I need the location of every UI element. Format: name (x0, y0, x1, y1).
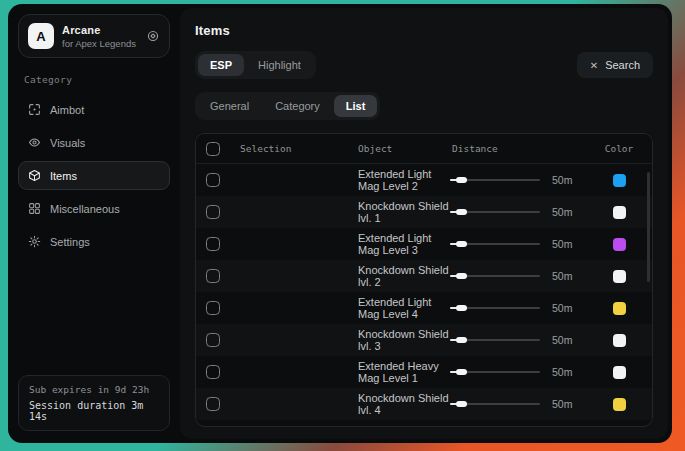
sidebar-item-miscellaneous[interactable]: Miscellaneous (18, 194, 170, 223)
slider-handle[interactable] (456, 305, 467, 311)
mode-tabs: ESPHighlight (195, 51, 316, 79)
page-title: Items (195, 23, 653, 38)
slider-handle[interactable] (456, 241, 467, 247)
object-name: Extended Light Mag Level 3 (358, 232, 450, 256)
brand-badge-icon[interactable] (146, 29, 160, 43)
slider-handle[interactable] (456, 209, 467, 215)
table-header-row: Selection Object Distance Color (196, 134, 652, 164)
crosshair-icon (28, 103, 41, 116)
sidebar-item-label: Miscellaneous (50, 203, 120, 215)
distance-slider[interactable] (450, 243, 540, 245)
color-swatch[interactable] (613, 334, 626, 347)
sub-expiry-text: Sub expires in 9d 23h (29, 384, 159, 395)
grid-icon (28, 202, 41, 215)
table-scrollbar[interactable] (647, 172, 650, 282)
row-checkbox[interactable] (206, 173, 220, 187)
table-row[interactable]: Extended Heavy Mag Level 1 50m (196, 356, 652, 388)
object-name: Knockdown Shield lvl. 1 (358, 200, 450, 224)
distance-value: 50m (552, 238, 572, 250)
color-swatch[interactable] (613, 270, 626, 283)
app-window: A Arcane for Apex Legends Category Aimbo… (8, 4, 672, 443)
color-swatch[interactable] (613, 174, 626, 187)
sidebar-item-visuals[interactable]: Visuals (18, 128, 170, 157)
brand-logo: A (28, 23, 54, 49)
table-row[interactable]: Backpack lvl. 1 50m (196, 420, 652, 427)
table-row[interactable]: Knockdown Shield lvl. 2 50m (196, 260, 652, 292)
distance-slider[interactable] (450, 211, 540, 213)
color-swatch[interactable] (613, 238, 626, 251)
subtab-general[interactable]: General (198, 95, 261, 117)
select-all-checkbox[interactable] (206, 142, 220, 156)
color-swatch[interactable] (613, 302, 626, 315)
distance-value: 50m (552, 270, 572, 282)
distance-value: 50m (552, 334, 572, 346)
items-table: Selection Object Distance Color Extended… (195, 133, 653, 427)
distance-value: 50m (552, 174, 572, 186)
row-checkbox[interactable] (206, 365, 220, 379)
sidebar-item-aimbot[interactable]: Aimbot (18, 95, 170, 124)
table-row[interactable]: Knockdown Shield lvl. 1 50m (196, 196, 652, 228)
object-name: Extended Light Mag Level 4 (358, 296, 450, 320)
object-name: Knockdown Shield lvl. 3 (358, 328, 450, 352)
col-header-object: Object (358, 143, 450, 154)
table-row[interactable]: Knockdown Shield lvl. 3 50m (196, 324, 652, 356)
distance-slider[interactable] (450, 339, 540, 341)
sidebar-spacer (18, 258, 170, 375)
search-button-label: Search (605, 59, 640, 71)
color-swatch[interactable] (613, 366, 626, 379)
object-name: Knockdown Shield lvl. 2 (358, 264, 450, 288)
distance-slider[interactable] (450, 403, 540, 405)
table-row[interactable]: Knockdown Shield lvl. 4 50m (196, 388, 652, 420)
slider-handle[interactable] (456, 369, 467, 375)
brand-card: A Arcane for Apex Legends (18, 14, 170, 58)
sidebar-item-label: Settings (50, 236, 90, 248)
row-checkbox[interactable] (206, 333, 220, 347)
slider-handle[interactable] (456, 177, 467, 183)
brand-subtitle: for Apex Legends (62, 38, 138, 49)
slider-handle[interactable] (456, 337, 467, 343)
object-name: Extended Heavy Mag Level 1 (358, 360, 450, 384)
sidebar: A Arcane for Apex Legends Category Aimbo… (8, 4, 180, 443)
search-button[interactable]: ✕ Search (577, 52, 653, 78)
slider-handle[interactable] (456, 273, 467, 279)
sidebar-item-items[interactable]: Items (18, 161, 170, 190)
tab-highlight[interactable]: Highlight (246, 54, 313, 76)
row-checkbox[interactable] (206, 205, 220, 219)
col-header-distance: Distance (450, 143, 596, 154)
distance-slider[interactable] (450, 307, 540, 309)
main-panel: Items ESPHighlight ✕ Search GeneralCateg… (180, 8, 668, 439)
distance-slider[interactable] (450, 371, 540, 373)
tab-esp[interactable]: ESP (198, 54, 244, 76)
package-icon (28, 169, 41, 182)
subtab-list[interactable]: List (334, 95, 378, 117)
row-checkbox[interactable] (206, 269, 220, 283)
distance-value: 50m (552, 302, 572, 314)
distance-value: 50m (552, 366, 572, 378)
object-name: Knockdown Shield lvl. 4 (358, 392, 450, 416)
distance-value: 50m (552, 398, 572, 410)
object-name: Extended Light Mag Level 2 (358, 168, 450, 192)
table-row[interactable]: Extended Light Mag Level 4 50m (196, 292, 652, 324)
table-body: Extended Light Mag Level 2 50m Knockdown… (196, 164, 652, 427)
distance-slider[interactable] (450, 275, 540, 277)
slider-handle[interactable] (456, 401, 467, 407)
color-swatch[interactable] (613, 206, 626, 219)
sidebar-item-label: Visuals (50, 137, 85, 149)
row-checkbox[interactable] (206, 301, 220, 315)
session-duration-text: Session duration 3m 14s (29, 400, 159, 422)
row-checkbox[interactable] (206, 237, 220, 251)
col-header-color: Color (596, 143, 642, 154)
sidebar-nav: Aimbot Visuals Items Miscellaneous Setti… (18, 93, 170, 258)
table-row[interactable]: Extended Light Mag Level 3 50m (196, 228, 652, 260)
sidebar-item-settings[interactable]: Settings (18, 227, 170, 256)
table-row[interactable]: Extended Light Mag Level 2 50m (196, 164, 652, 196)
row-checkbox[interactable] (206, 397, 220, 411)
subtab-category[interactable]: Category (263, 95, 332, 117)
category-section-label: Category (24, 74, 164, 85)
brand-title: Arcane (62, 24, 138, 36)
session-status-card: Sub expires in 9d 23h Session duration 3… (18, 375, 170, 431)
distance-slider[interactable] (450, 179, 540, 181)
gear-icon (28, 235, 41, 248)
color-swatch[interactable] (613, 398, 626, 411)
eye-icon (28, 136, 41, 149)
